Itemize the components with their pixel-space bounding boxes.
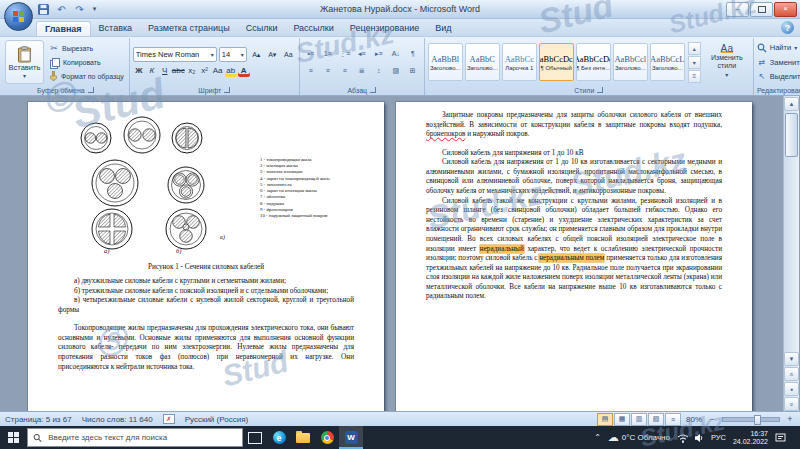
scroll-down-button[interactable]: ▼	[784, 352, 799, 366]
multilevel-list-button[interactable]: ⋮≡	[337, 46, 353, 61]
paragraph[interactable]: Токопроводящие жилы предназначены для пр…	[58, 324, 354, 372]
justify-button[interactable]: ≣	[354, 63, 370, 78]
styles-dialog-launcher[interactable]	[597, 87, 603, 93]
format-painter-button[interactable]: Формат по образцу	[47, 70, 126, 82]
paragraph[interactable]: Силовой кабель такой же конструкции с кр…	[426, 197, 722, 302]
help-button[interactable]: ?	[781, 21, 794, 34]
vertical-scrollbar[interactable]: ▲ ▼ « ● »	[783, 96, 799, 411]
font-color-button[interactable]: А	[238, 64, 250, 77]
change-styles-button[interactable]: Аа Изменить стили ▾	[704, 41, 750, 83]
styles-scroll-down-button[interactable]: ▾	[688, 56, 701, 69]
style-gallery-item[interactable]: AaBbCЗаголово...	[465, 43, 500, 81]
find-button[interactable]: Найти▾	[757, 41, 800, 54]
document-page-right[interactable]: Защитные покровы предназначены для защит…	[396, 102, 752, 411]
figure-list-item[interactable]: б) трехжильные силовые кабели с поясной …	[58, 287, 354, 297]
wifi-icon[interactable]	[677, 433, 689, 443]
undo-button[interactable]: ↶	[54, 2, 69, 16]
paragraph[interactable]: Силовой кабель для напряжения от 1 до 10…	[426, 158, 722, 196]
close-button[interactable]: ×	[774, 2, 797, 17]
bold-button[interactable]: Ж	[133, 64, 145, 77]
ribbon-tab[interactable]: Главная	[36, 21, 91, 36]
subscript-button[interactable]: x₂	[186, 64, 198, 77]
paste-button[interactable]: Вставить ▾	[5, 40, 44, 84]
italic-button[interactable]: К	[146, 64, 158, 77]
document-page-left[interactable]: 1 - токопроводящая жила2 - изоляция жилы…	[28, 102, 384, 411]
ribbon-tab[interactable]: Рецензирование	[342, 21, 428, 36]
superscript-button[interactable]: x²	[199, 64, 211, 77]
tray-expand-arrow[interactable]: ⌃	[594, 433, 601, 442]
figure-list-item[interactable]: а) двухжильные силовые кабели с круглыми…	[58, 277, 354, 287]
clock[interactable]: 16:37 24.02.2022	[733, 430, 768, 446]
web-layout-view-button[interactable]: ▥	[631, 413, 647, 426]
office-button[interactable]	[4, 2, 33, 31]
highlight-color-button[interactable]: ab	[225, 64, 237, 77]
select-browse-object-button[interactable]: ●	[784, 382, 799, 396]
grow-font-button[interactable]: А▴	[249, 47, 264, 62]
action-center-icon[interactable]	[775, 432, 786, 443]
style-gallery-item[interactable]: AaBbCclЗаголово...	[613, 43, 648, 81]
align-center-button[interactable]: ≡	[320, 63, 336, 78]
ribbon-tab[interactable]: Разметка страницы	[140, 21, 238, 36]
align-right-button[interactable]: ≡	[337, 63, 353, 78]
strikethrough-button[interactable]: abc	[172, 64, 185, 77]
style-gallery-item[interactable]: AaBbCcDc¶ Без инте...	[576, 43, 611, 81]
next-page-button[interactable]: »	[784, 397, 799, 411]
save-button[interactable]	[36, 2, 51, 16]
print-layout-view-button[interactable]: ▤	[597, 413, 613, 426]
decrease-indent-button[interactable]: ◂≡	[354, 46, 370, 61]
styles-scroll-up-button[interactable]: ▴	[688, 42, 701, 55]
style-gallery-item[interactable]: AaBbCcЛарочка 1	[502, 43, 537, 81]
zoom-slider[interactable]	[722, 417, 780, 422]
font-dialog-launcher[interactable]	[224, 87, 230, 93]
weather-widget[interactable]: ☁ 0°C Облачно	[608, 431, 670, 444]
font-size-combobox[interactable]: 14▾	[219, 47, 247, 62]
zoom-in-button[interactable]: +	[785, 414, 795, 424]
draft-view-button[interactable]: ≡	[665, 413, 681, 426]
proofing-status-icon[interactable]: ✗	[163, 414, 175, 424]
style-gallery-item[interactable]: AaBbBlЗаголово...	[428, 43, 463, 81]
word-taskbar-button[interactable]: W	[339, 426, 363, 449]
clear-formatting-button[interactable]: Аа	[281, 47, 296, 62]
keyboard-language-indicator[interactable]: РУС	[711, 433, 726, 442]
style-gallery-item[interactable]: AaBbCcDcD¶ Обычный	[539, 43, 574, 81]
shading-button[interactable]: ▨	[388, 63, 404, 78]
copy-button[interactable]: Копировать	[47, 56, 126, 68]
borders-button[interactable]: ⊞	[405, 63, 421, 78]
styles-more-button[interactable]: ≡	[688, 70, 701, 83]
scrollbar-thumb[interactable]	[785, 113, 798, 157]
word-count[interactable]: Число слов: 11 640	[82, 415, 153, 424]
figure-list-item[interactable]: в) четырехжильные силовые кабели с нулев…	[58, 296, 354, 315]
qat-customize-dropdown[interactable]: ▾	[90, 2, 99, 16]
paragraph[interactable]: Защитные покровы предназначены для защит…	[426, 111, 722, 140]
ribbon-tab[interactable]: Вид	[427, 21, 459, 36]
numbering-button[interactable]: 1≡	[320, 46, 336, 61]
change-case-button[interactable]: Aa	[212, 64, 224, 77]
zoom-level[interactable]: 80%	[686, 415, 702, 424]
ribbon-tab[interactable]: Рассылки	[285, 21, 341, 36]
ribbon-tab[interactable]: Вставка	[91, 21, 140, 36]
scroll-up-button[interactable]: ▲	[784, 97, 799, 111]
outline-view-button[interactable]: ▧	[648, 413, 664, 426]
redo-button[interactable]: ↷	[72, 2, 87, 16]
sort-button[interactable]: А↓	[388, 46, 404, 61]
zoom-out-button[interactable]: −	[707, 414, 717, 424]
shrink-font-button[interactable]: А▾	[265, 47, 280, 62]
minimize-button[interactable]: –	[726, 2, 749, 17]
font-name-combobox[interactable]: Times New Roman▾	[133, 47, 217, 62]
bullets-button[interactable]: •≡	[303, 46, 319, 61]
maximize-button[interactable]	[750, 2, 773, 17]
zoom-slider-thumb[interactable]	[754, 415, 761, 425]
replace-button[interactable]: ⇄ Заменить	[757, 56, 800, 69]
start-button[interactable]	[0, 426, 27, 449]
increase-indent-button[interactable]: ▸≡	[371, 46, 387, 61]
select-button[interactable]: ↖ Выделить▾	[757, 70, 800, 83]
cut-button[interactable]: ✂Вырезать	[47, 42, 126, 54]
search-input[interactable]	[46, 432, 237, 443]
previous-page-button[interactable]: «	[784, 367, 799, 381]
ribbon-tab[interactable]: Ссылки	[238, 21, 286, 36]
full-screen-reading-view-button[interactable]: ▦	[614, 413, 630, 426]
taskbar-search-box[interactable]	[27, 428, 243, 447]
paragraph-dialog-launcher[interactable]	[370, 87, 376, 93]
style-gallery-item[interactable]: AaBbCcLЗаголово...	[650, 43, 685, 81]
chrome-button[interactable]	[315, 426, 339, 449]
